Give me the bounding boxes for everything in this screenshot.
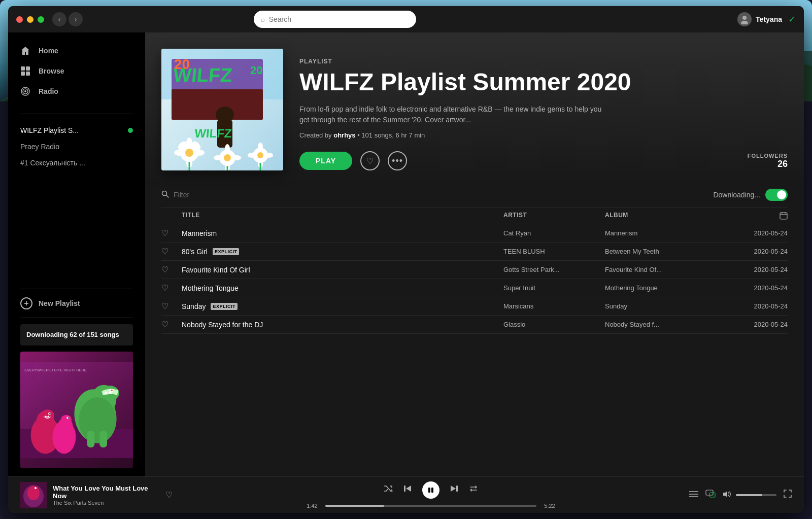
main-content: WILFZ 20 20 [145,32,804,476]
maximize-button[interactable] [38,16,44,23]
col-header-artist: ARTIST [503,212,605,220]
more-options-button[interactable]: ••• [388,151,407,170]
previous-button[interactable] [403,484,412,496]
svg-point-29 [49,413,50,414]
nav-item-radio-label: Radio [39,87,58,95]
sidebar-divider-3 [20,318,133,318]
sidebar-divider-2 [20,289,133,289]
svg-marker-94 [723,491,727,497]
track-heart-5[interactable]: ♡ [161,320,182,329]
nav-item-browse[interactable]: Browse [8,61,145,81]
track-artist-1: TEEN BLUSH [503,248,605,255]
browse-icon [20,66,30,76]
username: Tetyana [756,15,782,23]
check-icon: ✓ [788,14,796,25]
filter-search-icon [161,190,170,200]
svg-point-3 [741,21,748,24]
volume-fill [736,494,762,496]
playlist-description: From lo-fi pop and indie folk to electro… [299,104,604,125]
svg-point-21 [111,390,112,391]
downloading-status: Downloading 62 of 151 songs [20,324,133,345]
explicit-badge: EXPLICIT [213,248,240,255]
search-input[interactable] [269,15,409,23]
svg-point-64 [257,152,263,158]
svg-point-34 [61,415,72,424]
svg-text:20: 20 [174,56,190,72]
followers-section: FOLLOWERS 26 [748,153,788,169]
now-playing-cover [20,482,47,508]
new-playlist-button[interactable]: + New Playlist [20,297,133,309]
shuffle-button[interactable] [384,484,393,496]
track-table-header: TITLE ARTIST ALBUM [161,207,788,224]
next-button[interactable] [450,484,459,496]
more-icon: ••• [392,156,403,166]
sidebar-item-wilfz[interactable]: WILFZ Playlist S... [8,122,145,139]
back-button[interactable]: ‹ [52,12,66,26]
home-icon [20,46,30,56]
track-heart-3[interactable]: ♡ [161,283,182,293]
playlist-header: WILFZ 20 20 [145,32,804,183]
svg-point-60 [214,155,223,160]
table-row[interactable]: ♡ Favourite Kind Of Girl Gotts Street Pa… [161,261,788,279]
user-info[interactable]: Tetyana [737,12,782,26]
download-toggle[interactable] [765,189,788,201]
svg-rect-6 [21,72,25,76]
minimize-button[interactable] [27,16,33,23]
fullscreen-button[interactable] [784,490,792,500]
sidebar-item-wilfz-label: WILFZ Playlist S... [20,126,79,134]
track-heart-1[interactable]: ♡ [161,247,182,256]
svg-line-72 [166,195,169,197]
volume-bar[interactable] [736,494,776,496]
table-row[interactable]: ♡ Mannerism Cat Ryan Mannerism 2020-05-2… [161,224,788,243]
followers-count: 26 [748,159,788,169]
title-bar: ‹ › ⌕ Tetyana ✓ [8,6,804,32]
filter-input-wrap[interactable] [161,190,275,200]
track-heart-2[interactable]: ♡ [161,265,182,274]
volume-button[interactable] [723,490,732,500]
search-bar[interactable]: ⌕ [254,11,416,28]
svg-rect-73 [780,213,787,219]
progress-bar[interactable]: 1:42 5:22 [304,503,558,509]
svg-point-27 [41,409,54,421]
svg-point-65 [258,143,263,151]
like-button[interactable]: ♡ [360,151,380,170]
now-playing: What You Love You Must Love Now The Six … [20,482,173,508]
downloading-text: Downloading 62 of 151 songs [26,330,127,339]
progress-track[interactable] [325,505,536,507]
player-controls: 1:42 5:22 [173,481,689,509]
table-row[interactable]: ♡ Mothering Tongue Super Inuit Mothering… [161,279,788,297]
pause-button[interactable] [422,481,439,499]
volume-control[interactable] [723,490,776,500]
nav-arrows: ‹ › [52,12,83,26]
svg-rect-4 [21,66,25,71]
svg-text:20: 20 [250,64,262,77]
sidebar-item-praey[interactable]: Praey Radio [8,139,145,155]
table-row[interactable]: ♡ Nobody Stayed for the DJ Glassio Nobod… [161,316,788,334]
track-date-3: 2020-05-24 [727,284,788,292]
header-right: Tetyana ✓ [737,12,796,26]
nav-item-radio[interactable]: Radio [8,81,145,101]
sidebar-item-sexy[interactable]: #1 Сексуальність ... [8,155,145,171]
track-heart-0[interactable]: ♡ [161,228,182,238]
sidebar-item-sexy-label: #1 Сексуальність ... [20,159,85,167]
nav-item-home[interactable]: Home [8,41,145,61]
repeat-button[interactable] [469,484,478,496]
svg-point-93 [712,495,713,496]
track-title-3: Mothering Tongue [182,284,503,292]
svg-point-68 [265,153,273,158]
table-row[interactable]: ♡ Sunday EXPLICIT Marsicans Sunday 2020-… [161,297,788,316]
svg-rect-83 [404,486,405,492]
track-album-1: Between My Teeth [605,248,727,255]
close-button[interactable] [16,16,23,23]
devices-button[interactable] [705,490,716,500]
now-playing-heart-button[interactable]: ♡ [165,490,173,500]
svg-point-58 [225,144,230,153]
svg-marker-82 [406,486,411,492]
track-heart-4[interactable]: ♡ [161,301,182,311]
filter-input[interactable] [174,191,275,199]
forward-button[interactable]: › [69,12,83,26]
track-title-2: Favourite Kind Of Girl [182,266,503,274]
queue-button[interactable] [689,490,698,500]
play-button[interactable]: PLAY [299,152,352,170]
table-row[interactable]: ♡ 80's Girl EXPLICIT TEEN BLUSH Between … [161,243,788,261]
